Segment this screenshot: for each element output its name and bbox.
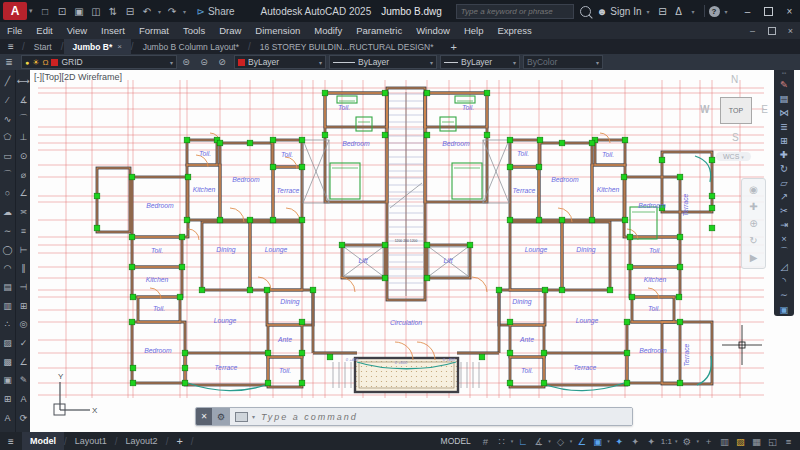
viewcube-north[interactable]: N [731,74,738,85]
file-tab-2[interactable]: Jumbo B Column Layout* [134,39,248,54]
blend-icon[interactable]: ∼ [780,288,788,302]
linetype-dropdown[interactable]: ByLayer ▾ [329,55,437,69]
inspect-icon[interactable]: ✓ [16,334,31,353]
scale-value-text[interactable]: 1:1 [660,437,673,446]
steering-wheel-icon[interactable]: ◉ [749,181,758,198]
minimize-button[interactable]: – [737,0,758,22]
dim-text-edit-icon[interactable]: A [16,390,31,409]
hardware-accel-icon[interactable]: ▦ [749,433,764,449]
polygon-icon[interactable]: ⬠ [0,128,15,147]
make-block-icon[interactable]: ▥ [0,296,15,315]
dim-edit-icon[interactable]: ✎ [16,371,31,390]
table-icon[interactable]: ⊞ [0,390,15,409]
annotation-visibility-icon[interactable]: ✦ [612,433,627,449]
file-tab-3[interactable]: 16 STOREY BUILDIN...RUCTURAL DESIGN* [251,39,443,54]
floor-plan-drawing[interactable]: Toil.Toil.BedroomKitchenTerraceBedroomTo… [30,70,800,432]
menu-item-dimension[interactable]: Dimension [248,25,307,36]
object-snap-icon-caret[interactable]: ▾ [606,438,611,444]
extend-icon[interactable]: ⇥ [780,218,788,232]
polar-tracking-icon-caret[interactable]: ▾ [547,438,552,444]
grid-display-icon[interactable]: # [478,433,493,449]
file-tab-close-icon[interactable]: × [117,42,122,51]
polar-tracking-icon[interactable]: ∡ [531,433,546,449]
annotation-autoscale-icon[interactable]: ✦ [628,433,643,449]
workspace-icon-caret[interactable]: ▾ [695,438,700,444]
undo-icon[interactable]: ↶ [139,2,156,20]
gradient-icon[interactable]: ▩ [0,352,15,371]
open-file-icon[interactable]: ⊡ [54,2,71,20]
point-icon[interactable]: ∴ [0,315,15,334]
cart-icon[interactable]: ⊟ [655,6,671,17]
save-icon[interactable]: ▣ [71,2,88,20]
baseline-icon[interactable]: ≡ [16,222,31,241]
xline-icon[interactable]: ⁄ [0,91,15,110]
join-icon[interactable]: ⌒ [779,246,789,260]
doc-minimize-button[interactable]: – [743,22,762,39]
break-icon[interactable]: × [781,232,787,246]
snap-mode-icon[interactable]: ∷ [494,433,509,449]
layer-freeze-icon[interactable]: ⊘ [213,55,231,69]
rotate-icon[interactable]: ↻ [780,161,788,175]
menu-item-format[interactable]: Format [132,25,176,36]
ellipse-arc-icon[interactable]: ◠ [0,259,15,278]
menu-item-edit[interactable]: Edit [29,25,59,36]
region-icon[interactable]: ▣ [0,371,15,390]
sign-in-caret-icon[interactable]: ▾ [642,8,655,15]
menu-item-modify[interactable]: Modify [307,25,349,36]
trim-icon[interactable]: ✂ [780,204,788,218]
command-input[interactable] [259,411,627,423]
diameter-icon[interactable]: ⌀ [16,165,31,184]
move-icon[interactable]: ✚ [780,147,788,161]
sign-in-button[interactable]: Sign In [610,6,641,17]
viewport-controls-label[interactable]: [-][Top][2D Wireframe] [34,72,122,82]
continue-icon[interactable]: ⊢ [16,240,31,259]
line-icon[interactable]: ╱ [0,72,15,91]
layout-tab-1[interactable]: Layout1 [67,432,115,450]
menu-item-help[interactable]: Help [457,25,491,36]
menu-item-express[interactable]: Express [490,25,538,36]
help-icon[interactable]: ? [709,6,720,17]
aligned-dim-icon[interactable]: ∡ [16,91,31,110]
model-space-label[interactable]: MODEL [441,436,471,446]
dim-break-icon[interactable]: ⊣ [16,278,31,297]
isodraft-icon[interactable]: ◇ [553,433,568,449]
revcloud-icon[interactable]: ☁ [0,203,15,222]
customize-plus-icon[interactable]: + [701,433,716,449]
transfer-icon[interactable]: ⇅ [105,2,122,20]
viewcube-south[interactable]: S [732,132,739,143]
quick-dim-icon[interactable]: ≍ [16,203,31,222]
share-button[interactable]: ⊳ Share [197,6,235,17]
color-dropdown[interactable]: ByLayer ▾ [234,55,326,69]
plot-icon[interactable]: ⊟ [122,2,139,20]
layer-properties-button[interactable]: ≣ [0,55,18,69]
erase-icon[interactable]: ✎ [780,77,788,91]
dim-update-icon[interactable]: ⟳ [16,408,31,427]
isolate-objects-icon[interactable]: ▥ [717,433,732,449]
navigation-bar[interactable]: ◉✚⊕↻▶ [741,178,766,269]
command-input-field[interactable]: ▾ [230,408,632,425]
customization-menu-icon[interactable]: ≡ [781,433,796,449]
doc-close-button[interactable]: × [781,22,800,39]
ordinate-icon[interactable]: ⊥ [16,128,31,147]
fillet-icon[interactable]: ◝ [782,274,786,288]
ortho-mode-icon[interactable]: ∟ [515,433,530,449]
help-caret-icon[interactable]: ▾ [720,8,733,15]
plotstyle-dropdown[interactable]: ByColor ▾ [523,55,603,69]
show-motion-icon[interactable]: ▶ [750,249,758,266]
pan-icon[interactable]: ✚ [749,198,757,215]
array-icon[interactable]: ⊞ [780,133,788,147]
doc-restore-button[interactable] [762,22,781,39]
insert-block-icon[interactable]: ▤ [0,278,15,297]
chamfer-icon[interactable]: ◿ [780,260,787,274]
center-mark-icon[interactable]: ◎ [16,315,31,334]
mtext-icon[interactable]: A [0,408,15,427]
autocad-logo[interactable]: A [3,2,27,20]
polyline-icon[interactable]: ∿ [0,109,15,128]
menu-item-insert[interactable]: Insert [94,25,132,36]
lineweight-dropdown[interactable]: ByLayer ▾ [440,55,520,69]
menu-item-file[interactable]: File [0,25,29,36]
explode-icon[interactable]: ▣ [780,302,789,316]
scale-icon[interactable]: ▱ [780,175,787,189]
restore-button[interactable] [758,0,779,22]
graphics-performance-icon[interactable]: ▨ [733,433,748,449]
